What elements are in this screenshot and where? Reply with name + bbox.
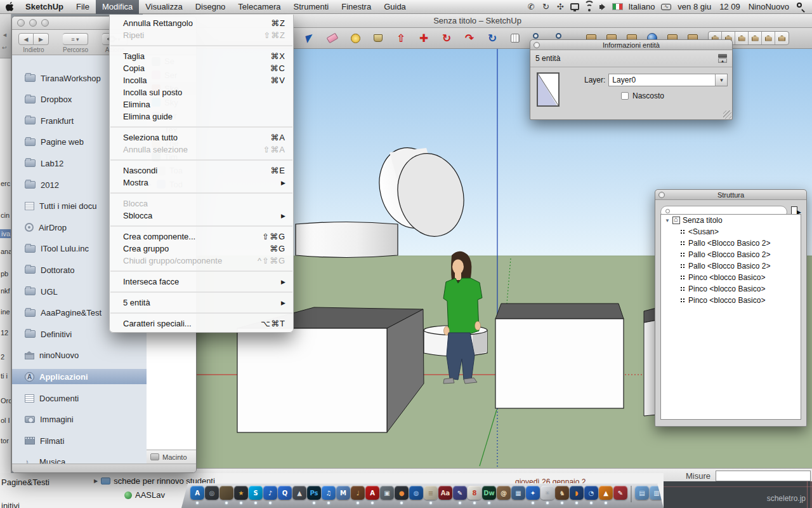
back-view-button[interactable]	[762, 32, 775, 44]
dock-icon-acrobat[interactable]: A	[365, 486, 379, 500]
sidebar-item-ninonuovo[interactable]: ninoNuovo	[12, 348, 147, 363]
timemachine-icon[interactable]: ↻	[539, 0, 552, 14]
tape-measure-tool[interactable]	[344, 29, 367, 48]
menu-item-taglia[interactable]: Taglia⌘X	[110, 50, 293, 62]
dock-icon-firefox[interactable]: ◗	[570, 486, 584, 500]
apple-menu[interactable]	[0, 0, 19, 14]
close-icon[interactable]	[658, 192, 665, 198]
display-icon[interactable]	[568, 0, 581, 14]
right-view-button[interactable]	[735, 32, 749, 44]
dock-icon-garageband[interactable]: ♩	[351, 486, 365, 500]
expand-triangle-icon[interactable]: ▼	[665, 218, 672, 224]
resize-grip[interactable]	[723, 110, 731, 119]
top-view-button[interactable]	[749, 32, 762, 44]
outliner-tree[interactable]: ▼ Senza titolo <Susan>Pallo <Blocco Basi…	[660, 214, 801, 420]
dock-icon-photoshop[interactable]: Ps	[307, 486, 321, 500]
menu-item-sblocca[interactable]: Sblocca▶	[110, 210, 293, 222]
spotlight-search-icon[interactable]	[794, 0, 807, 14]
select-tool[interactable]: ◤	[298, 29, 321, 48]
menu-item-crea-gruppo[interactable]: Crea gruppo⌘G	[110, 243, 293, 255]
dropdown-arrow-icon[interactable]: ▼	[715, 74, 727, 86]
menu-item-copia[interactable]: Copia⌘C	[110, 62, 293, 74]
italian-flag-icon[interactable]	[612, 3, 623, 10]
tree-item[interactable]: Pinco <blocco Basico>	[661, 283, 801, 295]
dock-icon-imovie[interactable]: ★	[234, 486, 248, 500]
tree-item[interactable]: Pinco <blocco Basico>	[661, 295, 801, 306]
sidebar-item-applicazioni[interactable]: AApplicazioni	[12, 369, 147, 384]
menu-item-elimina-guide[interactable]: Elimina guide	[110, 110, 293, 123]
dock-icon-safari[interactable]: ✦	[526, 486, 540, 500]
forward-button[interactable]: ▶	[34, 33, 49, 45]
tree-item[interactable]: Pallo <Blocco Basico 2>	[661, 260, 801, 272]
menubar-item-file[interactable]: File	[70, 0, 96, 14]
collapse-widget-icon[interactable]: ▲	[718, 54, 727, 63]
battery-widget-icon[interactable]: ∿	[660, 0, 672, 14]
finder-bottom-edge[interactable]	[12, 464, 196, 472]
dock-icon-internet-globe[interactable]: ◔	[584, 486, 598, 500]
orbit-tool[interactable]: ↻	[481, 29, 504, 48]
menu-item-elimina[interactable]: Elimina	[110, 98, 293, 110]
home-view-button[interactable]	[775, 32, 789, 44]
dock-icon-folder-documents[interactable]: ▤	[635, 486, 649, 500]
close-traffic-light[interactable]	[17, 19, 25, 27]
push-pull-tool[interactable]: ⇧	[390, 29, 412, 48]
close-icon[interactable]	[534, 42, 540, 48]
language-label[interactable]: Italiano	[625, 2, 658, 11]
dock-icon-address-book[interactable]: @	[497, 486, 511, 500]
dock-icon-blue-orb[interactable]: ◍	[409, 486, 423, 500]
dock-icon-iphoto[interactable]: ●	[395, 486, 409, 500]
menu-item-nascondi[interactable]: Nascondi⌘E	[110, 164, 293, 177]
call-icon[interactable]: ✆	[525, 0, 537, 14]
sidebar-item-filmati[interactable]: Filmati	[12, 433, 147, 448]
menubar-item-guida[interactable]: Guida	[377, 0, 412, 14]
dock-icon-photos-app[interactable]: ▦	[511, 486, 525, 500]
measure-input[interactable]	[716, 471, 811, 481]
follow-me-tool[interactable]: ↷	[458, 29, 481, 48]
cube-right[interactable]	[495, 304, 624, 408]
eraser-tool[interactable]	[321, 29, 344, 48]
volume-icon[interactable]	[598, 0, 610, 14]
menubar-item-telecamera[interactable]: Telecamera	[232, 0, 287, 14]
entity-info-titlebar[interactable]: Informazioni entità	[530, 40, 732, 50]
bluetooth-icon[interactable]: ✣	[554, 0, 566, 14]
dock-icon-design-app[interactable]: ✎	[453, 486, 467, 500]
tree-item[interactable]: Pallo <Blocco Basico 2>	[661, 237, 801, 249]
menubar-time[interactable]: 12 09	[716, 2, 743, 11]
dock-icon-skype[interactable]: S	[249, 486, 263, 500]
zoom-traffic-light[interactable]	[41, 19, 49, 27]
sidebar-item-documenti[interactable]: Documenti	[12, 391, 147, 406]
menu-item-interseca-facce[interactable]: Interseca facce▶	[110, 276, 293, 288]
menu-item-5-entit[interactable]: 5 entità▶	[110, 297, 293, 309]
dock-icon-sketchup-pencil[interactable]: ✎	[613, 486, 627, 500]
dock-icon-app-store[interactable]: A	[190, 486, 204, 500]
menubar-item-visualizza[interactable]: Visualizza	[139, 0, 188, 14]
menu-item-seleziona-tutto[interactable]: Seleziona tutto⌘A	[110, 131, 293, 144]
dock-icon-remote-desktop[interactable]: ▣	[380, 486, 394, 500]
minimize-traffic-light[interactable]	[29, 19, 37, 27]
material-thumbnail[interactable]	[537, 72, 560, 107]
sidebar-item-musica[interactable]: ♪Musica	[12, 455, 147, 464]
back-button[interactable]: ◀	[18, 33, 34, 45]
dock-icon-launchpad[interactable]: ▲	[292, 486, 306, 500]
dock-icon-dictionary[interactable]: Aa	[438, 486, 452, 500]
menu-item-annulla-rettangolo[interactable]: Annulla Rettangolo⌘Z	[110, 17, 293, 29]
menubar-item-disegno[interactable]: Disegno	[189, 0, 232, 14]
menu-item-mostra[interactable]: Mostra▶	[110, 177, 293, 189]
menu-item-crea-componente[interactable]: Crea componente...⇧⌘G	[110, 231, 293, 243]
dock-icon-photo-booth[interactable]	[219, 486, 233, 500]
outliner-titlebar[interactable]: Struttura	[655, 190, 806, 200]
dock-icon-calendar[interactable]: 8	[468, 486, 481, 500]
menubar-item-modifica[interactable]: Modifica	[96, 0, 139, 14]
dock-icon-dreamweaver[interactable]: Dw	[482, 486, 496, 500]
tree-root-row[interactable]: ▼ Senza titolo	[661, 215, 801, 226]
paint-bucket-tool[interactable]	[367, 29, 390, 48]
dock-icon-screensaver[interactable]: ✳	[540, 486, 554, 500]
wifi-icon[interactable]	[583, 0, 596, 14]
menubar-user[interactable]: NinoNuovo	[745, 2, 792, 11]
tree-item[interactable]: <Susan>	[661, 226, 801, 237]
dock-icon-dashboard[interactable]: ◎	[205, 486, 219, 500]
menubar-item-sketchup[interactable]: SketchUp	[19, 0, 70, 14]
disclosure-triangle-icon[interactable]: ▶	[94, 478, 98, 484]
dock-icon-vlc[interactable]: ▲	[599, 486, 613, 500]
tree-item[interactable]: Pinco <blocco Basico>	[661, 272, 801, 283]
